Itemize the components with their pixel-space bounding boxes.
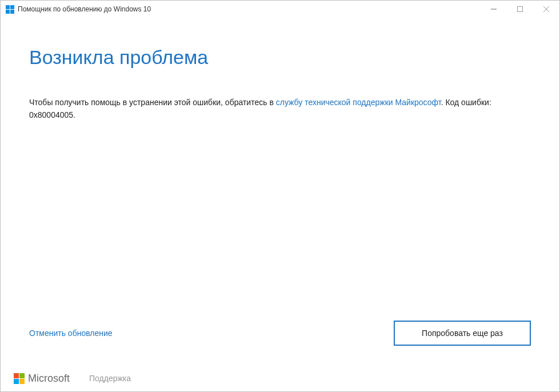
microsoft-brand-text: Microsoft [28,373,70,385]
error-message: Чтобы получить помощь в устранении этой … [29,96,531,122]
titlebar: Помощник по обновлению до Windows 10 [1,1,559,18]
maximize-button[interactable] [507,1,533,18]
footer: Microsoft Поддержка [1,365,559,391]
windows-logo-icon [5,5,14,14]
window-title: Помощник по обновлению до Windows 10 [18,5,151,13]
action-bar: Отменить обновление Попробовать еще раз [29,321,531,346]
error-text-prefix: Чтобы получить помощь в устранении этой … [29,98,276,107]
retry-button[interactable]: Попробовать еще раз [394,321,531,346]
close-button[interactable] [533,1,559,18]
app-window: Помощник по обновлению до Windows 10 Воз… [0,0,560,392]
microsoft-logo: Microsoft [13,373,70,385]
page-heading: Возникла проблема [29,46,531,69]
content-area: Возникла проблема Чтобы получить помощь … [1,18,559,365]
microsoft-logo-icon [13,373,25,384]
support-footer-link[interactable]: Поддержка [89,374,131,383]
minimize-button[interactable] [481,1,507,18]
support-link[interactable]: службу технической поддержки Майкрософт [276,98,441,107]
cancel-update-link[interactable]: Отменить обновление [29,329,113,338]
svg-rect-1 [518,7,523,12]
